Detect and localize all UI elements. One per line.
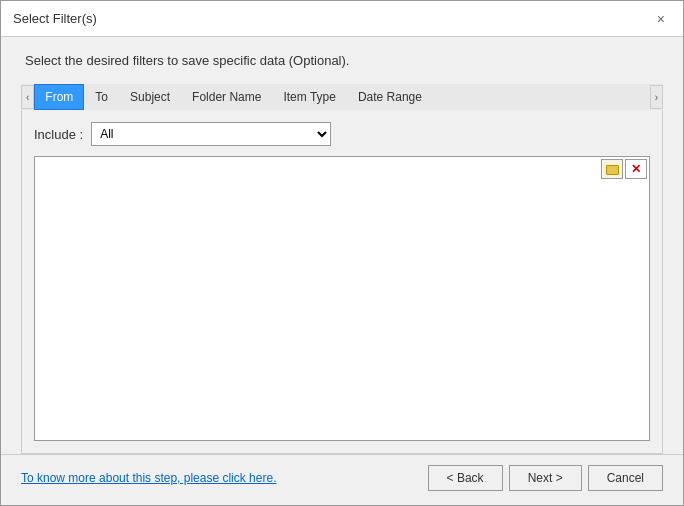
- close-button[interactable]: ×: [651, 9, 671, 29]
- back-button[interactable]: < Back: [428, 465, 503, 491]
- clear-button[interactable]: ✕: [625, 159, 647, 179]
- filter-panel: Include : All Selected None ✕: [21, 110, 663, 454]
- dialog-content: Select the desired filters to save speci…: [1, 37, 683, 454]
- tab-from[interactable]: From: [34, 84, 84, 110]
- include-label: Include :: [34, 127, 83, 142]
- list-box: ✕: [34, 156, 650, 441]
- list-box-toolbar: ✕: [601, 159, 647, 179]
- tab-scroll-left-button[interactable]: ‹: [21, 85, 34, 109]
- folder-icon: [606, 165, 619, 175]
- tab-scroll-right-button[interactable]: ›: [650, 85, 663, 109]
- tab-folder-name[interactable]: Folder Name: [181, 84, 272, 110]
- cancel-button[interactable]: Cancel: [588, 465, 663, 491]
- footer: To know more about this step, please cli…: [1, 454, 683, 505]
- next-button[interactable]: Next >: [509, 465, 582, 491]
- description-text: Select the desired filters to save speci…: [21, 53, 663, 68]
- clear-icon: ✕: [631, 162, 641, 176]
- tabs: From To Subject Folder Name Item Type Da…: [34, 84, 649, 110]
- browse-folder-button[interactable]: [601, 159, 623, 179]
- tab-container: ‹ From To Subject Folder Name Item Type: [21, 84, 663, 110]
- footer-buttons: < Back Next > Cancel: [428, 465, 663, 491]
- include-select[interactable]: All Selected None: [91, 122, 331, 146]
- select-filters-dialog: Select Filter(s) × Select the desired fi…: [0, 0, 684, 506]
- dialog-title: Select Filter(s): [13, 11, 97, 26]
- tab-subject[interactable]: Subject: [119, 84, 181, 110]
- tab-date-range[interactable]: Date Range: [347, 84, 433, 110]
- help-link[interactable]: To know more about this step, please cli…: [21, 471, 276, 485]
- include-row: Include : All Selected None: [34, 122, 650, 146]
- title-bar: Select Filter(s) ×: [1, 1, 683, 37]
- tab-item-type[interactable]: Item Type: [272, 84, 346, 110]
- tab-to[interactable]: To: [84, 84, 119, 110]
